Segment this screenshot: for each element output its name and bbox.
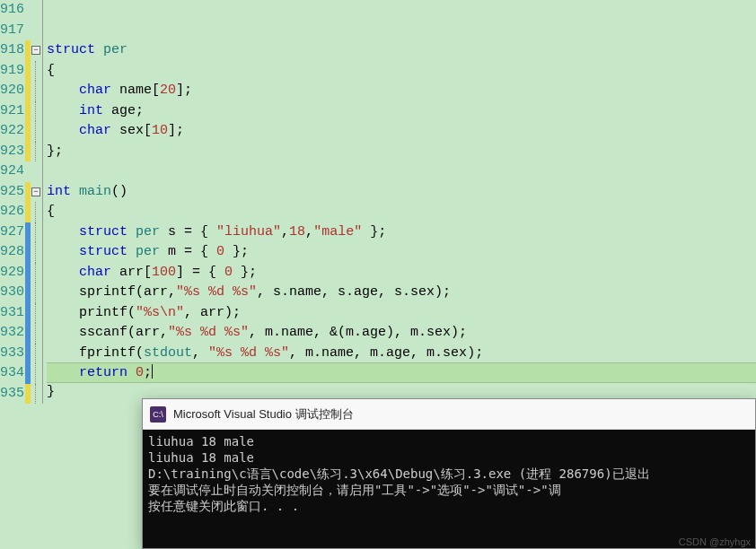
code-line[interactable]: struct per m = { 0 }; — [47, 242, 756, 263]
watermark-text: CSDN @zhyhgx — [679, 536, 751, 547]
code-line[interactable] — [47, 21, 756, 41]
console-title-text: Microsoft Visual Studio 调试控制台 — [173, 406, 354, 423]
code-line[interactable]: sprintf(arr,"%s %d %s", s.name, s.age, s… — [47, 283, 756, 303]
code-line[interactable]: { — [47, 202, 756, 222]
code-line[interactable]: int age; — [47, 101, 756, 122]
code-line[interactable]: sscanf(arr,"%s %d %s", m.name, &(m.age),… — [47, 323, 756, 344]
console-app-icon: C:\ — [150, 406, 166, 423]
fold-toggle-icon[interactable]: − — [31, 46, 40, 55]
code-editor[interactable]: 9169179189199209219229239249259269279289… — [0, 0, 756, 404]
console-output[interactable]: liuhua 18 male liuhua 18 male D:\trainin… — [143, 430, 755, 548]
fold-toggle-icon[interactable]: − — [31, 187, 40, 196]
code-area[interactable]: struct per { char name[20]; int age; cha… — [43, 0, 756, 404]
code-line[interactable]: char arr[100] = { 0 }; — [47, 263, 756, 283]
code-line[interactable]: char sex[10]; — [47, 121, 756, 142]
code-line[interactable]: printf("%s\n", arr); — [47, 303, 756, 324]
code-line[interactable]: int main() — [47, 182, 756, 203]
code-line[interactable]: }; — [47, 142, 756, 162]
code-line-current[interactable]: return 0; — [47, 362, 756, 383]
code-line[interactable]: struct per s = { "liuhua",18,"male" }; — [47, 222, 756, 243]
code-line[interactable] — [47, 0, 756, 21]
code-line[interactable]: char name[20]; — [47, 81, 756, 101]
fold-column: − − — [31, 0, 43, 404]
console-title-bar[interactable]: C:\ Microsoft Visual Studio 调试控制台 — [143, 399, 755, 430]
debug-console-window[interactable]: C:\ Microsoft Visual Studio 调试控制台 liuhua… — [142, 398, 756, 549]
code-line[interactable]: { — [47, 61, 756, 82]
code-line[interactable]: fprintf(stdout, "%s %d %s", m.name, m.ag… — [47, 344, 756, 364]
code-line[interactable] — [47, 161, 756, 182]
code-line[interactable]: struct per — [47, 40, 756, 61]
text-cursor — [152, 364, 153, 379]
line-number-gutter: 9169179189199209219229239249259269279289… — [0, 0, 25, 404]
